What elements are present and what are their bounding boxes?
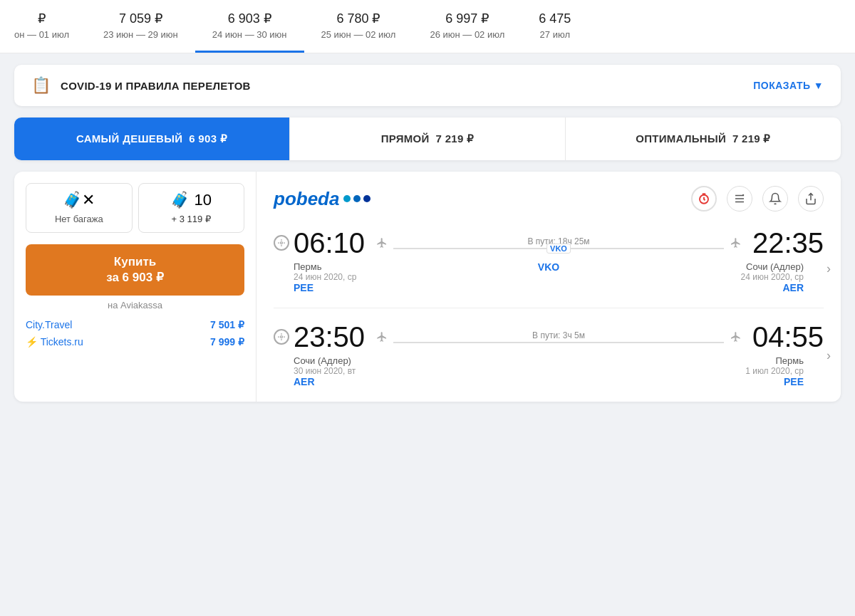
- plane-depart-icon-1: [376, 237, 388, 249]
- date-price-5: 6 475: [539, 11, 571, 26]
- left-panel: 🧳✕ Нет багажа 🧳 10 + 3 119 ₽ Купить за 6…: [14, 172, 256, 402]
- right-panel: pobeda: [256, 172, 841, 402]
- date-item-4[interactable]: 6 997 ₽ 26 июн — 02 июл: [413, 0, 522, 53]
- no-baggage-icon: 🧳✕: [32, 191, 126, 209]
- filter-tabs: САМЫЙ ДЕШЕВЫЙ 6 903 ₽ ПРЯМОЙ 7 219 ₽ ОПТ…: [14, 118, 841, 160]
- date-range-2: 24 июн — 30 июн: [212, 29, 287, 40]
- middle-code-display-1: VKO: [538, 261, 559, 273]
- duration-2: В пути: 3ч 5м: [393, 330, 724, 340]
- tab-cheapest-label: САМЫЙ ДЕШЕВЫЙ 6 903 ₽: [76, 132, 227, 145]
- date-item-0[interactable]: ₽ он — 01 июл: [7, 0, 86, 53]
- depart-city-1: Пермь: [294, 261, 356, 272]
- date-item-5[interactable]: 6 475 27 июл: [522, 0, 588, 53]
- with-baggage-icon: 🧳 10: [145, 191, 239, 209]
- depart-details-1: Пермь 24 июн 2020, ср PEE: [294, 261, 356, 293]
- flight-card: 🧳✕ Нет багажа 🧳 10 + 3 119 ₽ Купить за 6…: [14, 172, 841, 402]
- no-baggage-option[interactable]: 🧳✕ Нет багажа: [26, 183, 133, 233]
- dot-3: [363, 195, 370, 202]
- arrive-date-1: 24 июн 2020, ср: [741, 272, 804, 282]
- covid-show-label: ПОКАЗАТЬ: [753, 80, 810, 91]
- arrive-block-1: 22:35: [752, 229, 824, 257]
- expand-arrow-2[interactable]: ›: [826, 348, 831, 362]
- date-range-4: 26 июн — 02 июл: [430, 29, 504, 40]
- route-middle-2: В пути: 3ч 5м: [365, 330, 752, 343]
- airline-name: pobeda: [274, 188, 339, 210]
- airline-header: pobeda: [274, 186, 824, 212]
- covid-banner: 📋 COVID-19 И ПРАВИЛА ПЕРЕЛЕТОВ ПОКАЗАТЬ …: [14, 65, 841, 106]
- arrive-time-1: 22:35: [752, 229, 824, 257]
- depart-date-2: 30 июн 2020, вт: [294, 366, 356, 376]
- depart-block-1: 06:10: [274, 229, 365, 257]
- date-price-2: 6 903 ₽: [228, 11, 271, 26]
- depart-circle-icon-1: [274, 235, 289, 251]
- date-range-3: 25 июн — 02 июл: [321, 29, 396, 40]
- date-item-2[interactable]: 6 903 ₽ 24 июн — 30 июн: [195, 0, 304, 53]
- buy-line2: за 6 903 ₽: [106, 271, 164, 284]
- date-price-0: ₽: [38, 11, 46, 26]
- with-baggage-option[interactable]: 🧳 10 + 3 119 ₽: [138, 183, 245, 233]
- date-price-4: 6 997 ₽: [445, 11, 489, 26]
- route-middle-1: В пути: 18ч 25м VKO: [365, 236, 752, 249]
- svg-point-6: [281, 242, 283, 244]
- arrive-details-1: Сочи (Адлер) 24 июн 2020, ср AER: [741, 261, 804, 293]
- depart-code-1: PEE: [294, 282, 356, 293]
- tickets-ru-link[interactable]: Tickets.ru: [26, 336, 83, 348]
- buy-button[interactable]: Купить за 6 903 ₽: [26, 244, 244, 296]
- date-item-3[interactable]: 6 780 ₽ 25 июн — 02 июл: [304, 0, 413, 53]
- svg-line-4: [743, 194, 745, 196]
- document-icon: 📋: [31, 76, 51, 95]
- tab-optimal[interactable]: ОПТИМАЛЬНЫЙ 7 219 ₽: [566, 118, 841, 160]
- arrive-code-1: AER: [741, 282, 804, 293]
- flight-row-1: 06:10 В пути: 18ч 25м VKO: [274, 229, 824, 257]
- depart-city-2: Сочи (Адлер): [294, 355, 356, 366]
- date-price-3: 6 780 ₽: [336, 11, 380, 26]
- arrive-time-2: 04:55: [752, 323, 824, 351]
- arrive-city-2: Пермь: [745, 355, 804, 366]
- date-range-0: он — 01 июл: [14, 29, 69, 40]
- buy-line1: Купить: [114, 255, 156, 268]
- menu-icon[interactable]: [727, 186, 752, 212]
- svg-point-7: [281, 336, 283, 338]
- arrive-city-1: Сочи (Адлер): [741, 261, 804, 272]
- depart-time-2: 23:50: [294, 323, 365, 351]
- arrive-date-2: 1 июл 2020, ср: [745, 366, 804, 376]
- plane-arrive-icon-2: [730, 331, 741, 343]
- tab-direct[interactable]: ПРЯМОЙ 7 219 ₽: [290, 118, 566, 160]
- date-item-1[interactable]: 7 059 ₽ 23 июн — 29 июн: [86, 0, 195, 53]
- flight-segment-1: 06:10 В пути: 18ч 25м VKO: [274, 229, 824, 308]
- depart-date-1: 24 июн 2020, ср: [294, 272, 356, 282]
- airline-actions: [691, 186, 824, 212]
- covid-left: 📋 COVID-19 И ПРАВИЛА ПЕРЕЛЕТОВ: [31, 76, 251, 95]
- arrive-block-2: 04:55: [752, 323, 824, 351]
- buy-source: на Aviakassa: [26, 300, 244, 310]
- covid-text: COVID-19 И ПРАВИЛА ПЕРЕЛЕТОВ: [61, 80, 251, 92]
- depart-circle-icon-2: [274, 329, 289, 345]
- depart-time-1: 06:10: [294, 229, 365, 257]
- plane-depart-icon-2: [376, 331, 388, 343]
- tab-cheapest[interactable]: САМЫЙ ДЕШЕВЫЙ 6 903 ₽: [14, 118, 290, 160]
- airline-logo: pobeda: [274, 188, 370, 210]
- date-bar: ₽ он — 01 июл 7 059 ₽ 23 июн — 29 июн 6 …: [0, 0, 855, 53]
- price-row-0: City.Travel 7 501 ₽: [26, 319, 244, 330]
- expand-arrow-1[interactable]: ›: [826, 261, 831, 276]
- share-icon[interactable]: [798, 186, 824, 212]
- arrive-code-2: PEE: [745, 376, 804, 387]
- city-travel-price: 7 501 ₽: [210, 319, 244, 330]
- date-price-1: 7 059 ₽: [119, 11, 162, 26]
- timer-icon[interactable]: [691, 186, 717, 212]
- main-content: 📋 COVID-19 И ПРАВИЛА ПЕРЕЛЕТОВ ПОКАЗАТЬ …: [0, 53, 855, 413]
- flight-row-2: 23:50 В пути: 3ч 5м: [274, 323, 824, 351]
- no-baggage-label: Нет багажа: [55, 214, 103, 224]
- covid-show-button[interactable]: ПОКАЗАТЬ ▼: [753, 80, 824, 91]
- city-travel-link[interactable]: City.Travel: [26, 319, 72, 330]
- tickets-ru-price: 7 999 ₽: [210, 336, 244, 348]
- price-row-1: Tickets.ru 7 999 ₽: [26, 336, 244, 348]
- baggage-options: 🧳✕ Нет багажа 🧳 10 + 3 119 ₽: [26, 183, 244, 233]
- date-range-1: 23 июн — 29 июн: [103, 29, 178, 40]
- tab-direct-label: ПРЯМОЙ 7 219 ₽: [381, 132, 475, 145]
- other-prices: City.Travel 7 501 ₽ Tickets.ru 7 999 ₽: [26, 319, 244, 348]
- date-range-5: 27 июл: [540, 29, 570, 40]
- chevron-down-icon: ▼: [814, 80, 824, 91]
- bell-icon[interactable]: [762, 186, 788, 212]
- middle-code-1: VKO: [546, 244, 571, 254]
